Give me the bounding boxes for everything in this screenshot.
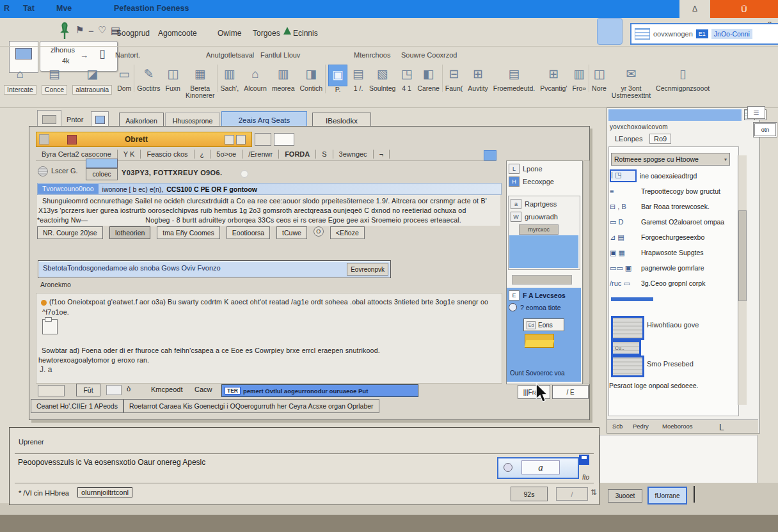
dialog-tab[interactable]: Feascio ckos [141, 150, 194, 159]
ribbon-button[interactable]: ⌂ Alcourn [241, 65, 269, 92]
dialog-tab[interactable]: Y K [118, 150, 141, 159]
ribbon-button[interactable]: ▥ Fro» [569, 65, 589, 92]
dialog-tab[interactable]: /Erenwr [242, 150, 279, 159]
list-item[interactable]: ≡ Trepoottecogy bow gructut [610, 184, 738, 199]
grey-chip[interactable]: rnyrcxoc [519, 224, 559, 235]
menu-item[interactable]: Owime [218, 29, 241, 38]
ribbon-button[interactable]: ▭ Dom [115, 65, 134, 92]
toolbar-mini-button[interactable] [255, 133, 271, 146]
ribbon-button[interactable]: ◪ alatraounia [70, 65, 115, 95]
flag-icon[interactable]: ⚑ [75, 24, 84, 36]
address-bar[interactable]: oovxwnogen E1 JnOo-Conni [630, 23, 778, 45]
blank-button[interactable]: / [556, 487, 588, 501]
list-item[interactable]: ⊿ ▤ Forgoechurgeseexbo [610, 230, 738, 245]
ribbon-button[interactable]: ◧ Carene [415, 65, 441, 92]
list-item[interactable]: | ◳ ine oaoexaieadtrgd [610, 168, 738, 184]
ribbon-button[interactable]: ▤ 1 /. [350, 65, 367, 92]
dialog-button[interactable]: tma Eñy Coomes [157, 226, 220, 239]
fut-button[interactable]: Fūt [76, 384, 100, 396]
gruowradh-item[interactable]: W gruowradh [509, 209, 580, 222]
menu-item[interactable]: Torgoes [253, 29, 280, 38]
ribbon-button[interactable]: ⊞ Pvcantig' [537, 65, 569, 92]
toolbar-mini-button[interactable] [274, 133, 294, 146]
ribbon-button[interactable]: ▯ Cecnmigpnzsooot [653, 65, 712, 92]
dialog-tab[interactable]: 5o>oe [210, 150, 242, 159]
ribbon-button[interactable]: ✉ yr 3ont Ustmesexttnt [609, 65, 653, 99]
eomoa-item[interactable]: ? eomoa tiote [507, 301, 581, 311]
ribbon-button[interactable]: ▤ Conce [39, 65, 70, 95]
titlebar-item[interactable]: Tat [23, 4, 35, 13]
ribbon-button[interactable]: ⊞ Auvtity [465, 65, 491, 92]
menu-lines-icon[interactable]: ☰ [747, 106, 765, 119]
close-button[interactable]: Ü [710, 0, 778, 18]
dialog-tab[interactable]: FORDA [279, 150, 316, 159]
corner-box[interactable]: otn [753, 122, 777, 137]
scroll-chip[interactable] [512, 275, 572, 285]
ribbon-button[interactable]: ▤ Froemedeutd. [491, 65, 537, 92]
ribbon-button[interactable]: ⊟ Faun( [442, 65, 465, 92]
row-action-button[interactable]: Eovreonpvk [347, 263, 388, 276]
footer-item[interactable]: Scb [612, 423, 623, 430]
search-input[interactable]: a [521, 460, 560, 474]
dialog-tab[interactable]: S [316, 150, 333, 159]
panel-scrollbar[interactable] [584, 160, 590, 384]
thumbnail[interactable] [611, 316, 644, 340]
dialog-button[interactable]: NR. Courge 20)se [37, 226, 103, 239]
dialog-button[interactable]: tCuwe [276, 226, 307, 239]
dialog-tab[interactable]: ¿ [194, 150, 211, 159]
ribbon-button[interactable]: ▦ Bereta Kinonerer [183, 65, 218, 99]
dialog-tab[interactable]: Byra Certa2 casocone [36, 150, 118, 159]
ribbon-button[interactable]: ◨ Contich [297, 65, 325, 92]
thumbnail-small[interactable]: Cu.. [611, 340, 641, 356]
menu-item[interactable]: Ecinnis [293, 29, 318, 38]
raprtgess-item[interactable]: a Raprtgess [509, 196, 580, 209]
dialog-button[interactable]: O [314, 226, 324, 237]
orrane-button[interactable]: fUorrane [647, 487, 687, 505]
menu-item[interactable]: Agomcoote [158, 29, 197, 38]
ribbon-button[interactable]: ▥ meorea [269, 65, 298, 92]
search-box[interactable]: a [497, 457, 579, 479]
section-header-row[interactable]: Tvorwcouno0noo iwonone [ b ec) e(n), CCS… [37, 183, 502, 195]
titlebar-item[interactable]: Mve [56, 4, 72, 13]
ribbon-button[interactable]: ▥ Sach', [217, 65, 241, 92]
dialog-button[interactable]: Eootioorsa [226, 226, 270, 239]
right-panel-tab[interactable]: LEonpes [615, 135, 642, 143]
blue-chip[interactable] [484, 150, 496, 160]
list-item[interactable]: ▣ ▦ Hrapwosote Supgtes [610, 245, 738, 260]
minimize-button[interactable] [225, 135, 234, 145]
footer-item[interactable]: Moeboroos [662, 423, 693, 430]
dash-icon[interactable]: − [88, 26, 94, 36]
ribbon-button[interactable]: ◫ Fuxn [163, 65, 183, 92]
thumbnail[interactable] [611, 356, 644, 377]
sort-icon[interactable]: ⇅ [591, 488, 597, 497]
ribbon-button[interactable]: ◫ Nore [589, 65, 609, 92]
bottom-tab[interactable]: Ceanet Ho'.CIIEr 1 APeods [31, 399, 123, 413]
list-item[interactable]: ⊟ , B Bar Roaa trorewcosek. [610, 199, 738, 214]
dialog-button[interactable]: <Eñoze [330, 226, 365, 239]
dialog-tab[interactable]: ¬ [374, 150, 390, 159]
dropdown[interactable]: Rotmeee spogse cu Htoowe ▾ [611, 153, 730, 166]
cup-icon[interactable]: ♡ [98, 24, 106, 36]
restore-button[interactable] [236, 135, 246, 145]
status-box[interactable] [38, 385, 65, 396]
dialog-button[interactable]: Iotheorien [109, 226, 151, 239]
eons-button[interactable]: Ed Eons [523, 318, 564, 331]
record-icon[interactable] [38, 166, 48, 176]
ribbon-button[interactable]: ▣ P. [325, 65, 350, 93]
list-item[interactable]: ▭ D Garemst O2aloaroet ompaa [610, 214, 738, 230]
bottom-tab[interactable]: Roetarrot Caraea Kis Goenectgi i OQoerog… [123, 399, 379, 413]
save-icon[interactable] [579, 455, 589, 465]
right-panel-tab[interactable]: Ro9 [649, 134, 671, 144]
lpone-item[interactable]: L Lpone [507, 161, 582, 174]
selected-list-row[interactable]: SbetotaTondosgonedamoe alo snoba Gows Ov… [38, 260, 391, 278]
ribbon-button[interactable]: ▧ Soulnteg [367, 65, 398, 92]
list-item[interactable]: ▭▭ ▣ pagnerwole gomrlare [610, 260, 738, 276]
eecoxpge-item[interactable]: H Eecoxpge [507, 174, 582, 187]
ribbon-button[interactable]: ⌂ Intercate [1, 65, 39, 95]
menu-item[interactable]: Soogprud [116, 29, 150, 38]
dialog-tab[interactable]: 3ewngec [333, 150, 374, 159]
pushpin-icon[interactable] [59, 22, 70, 41]
size-button[interactable]: 92s [511, 487, 548, 501]
levcseos-item[interactable]: E F A Levcseos [507, 288, 581, 301]
e-button[interactable]: / E [552, 385, 589, 399]
